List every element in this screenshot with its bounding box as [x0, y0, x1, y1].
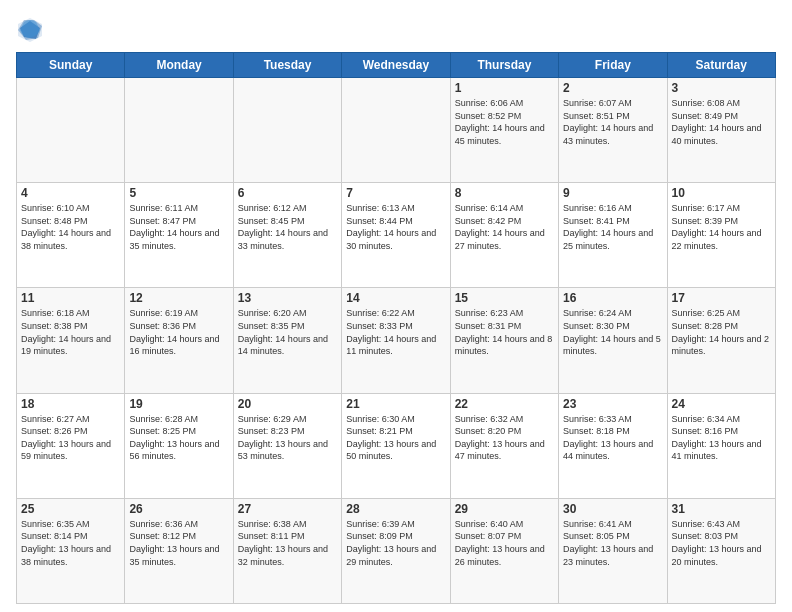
- day-number: 17: [672, 291, 771, 305]
- day-number: 5: [129, 186, 228, 200]
- day-info: Sunrise: 6:29 AM Sunset: 8:23 PM Dayligh…: [238, 413, 337, 463]
- day-info: Sunrise: 6:28 AM Sunset: 8:25 PM Dayligh…: [129, 413, 228, 463]
- day-number: 27: [238, 502, 337, 516]
- day-info: Sunrise: 6:36 AM Sunset: 8:12 PM Dayligh…: [129, 518, 228, 568]
- calendar-cell: 29Sunrise: 6:40 AM Sunset: 8:07 PM Dayli…: [450, 498, 558, 603]
- calendar-cell: 21Sunrise: 6:30 AM Sunset: 8:21 PM Dayli…: [342, 393, 450, 498]
- day-number: 12: [129, 291, 228, 305]
- day-info: Sunrise: 6:17 AM Sunset: 8:39 PM Dayligh…: [672, 202, 771, 252]
- calendar-cell: 11Sunrise: 6:18 AM Sunset: 8:38 PM Dayli…: [17, 288, 125, 393]
- calendar-body: 1Sunrise: 6:06 AM Sunset: 8:52 PM Daylig…: [17, 78, 776, 604]
- day-number: 16: [563, 291, 662, 305]
- calendar-cell: [17, 78, 125, 183]
- day-number: 4: [21, 186, 120, 200]
- day-number: 26: [129, 502, 228, 516]
- weekday-header-row: SundayMondayTuesdayWednesdayThursdayFrid…: [17, 53, 776, 78]
- day-info: Sunrise: 6:25 AM Sunset: 8:28 PM Dayligh…: [672, 307, 771, 357]
- day-number: 14: [346, 291, 445, 305]
- calendar-cell: 1Sunrise: 6:06 AM Sunset: 8:52 PM Daylig…: [450, 78, 558, 183]
- day-number: 20: [238, 397, 337, 411]
- day-info: Sunrise: 6:23 AM Sunset: 8:31 PM Dayligh…: [455, 307, 554, 357]
- calendar-cell: 30Sunrise: 6:41 AM Sunset: 8:05 PM Dayli…: [559, 498, 667, 603]
- weekday-header-wednesday: Wednesday: [342, 53, 450, 78]
- day-number: 29: [455, 502, 554, 516]
- logo-icon: [16, 16, 44, 44]
- calendar-cell: [342, 78, 450, 183]
- calendar-table: SundayMondayTuesdayWednesdayThursdayFrid…: [16, 52, 776, 604]
- day-number: 25: [21, 502, 120, 516]
- day-info: Sunrise: 6:32 AM Sunset: 8:20 PM Dayligh…: [455, 413, 554, 463]
- calendar-cell: 25Sunrise: 6:35 AM Sunset: 8:14 PM Dayli…: [17, 498, 125, 603]
- day-info: Sunrise: 6:20 AM Sunset: 8:35 PM Dayligh…: [238, 307, 337, 357]
- day-info: Sunrise: 6:43 AM Sunset: 8:03 PM Dayligh…: [672, 518, 771, 568]
- day-info: Sunrise: 6:33 AM Sunset: 8:18 PM Dayligh…: [563, 413, 662, 463]
- calendar-cell: 24Sunrise: 6:34 AM Sunset: 8:16 PM Dayli…: [667, 393, 775, 498]
- calendar-cell: 16Sunrise: 6:24 AM Sunset: 8:30 PM Dayli…: [559, 288, 667, 393]
- weekday-header-saturday: Saturday: [667, 53, 775, 78]
- day-info: Sunrise: 6:35 AM Sunset: 8:14 PM Dayligh…: [21, 518, 120, 568]
- day-info: Sunrise: 6:08 AM Sunset: 8:49 PM Dayligh…: [672, 97, 771, 147]
- day-info: Sunrise: 6:30 AM Sunset: 8:21 PM Dayligh…: [346, 413, 445, 463]
- calendar-cell: 18Sunrise: 6:27 AM Sunset: 8:26 PM Dayli…: [17, 393, 125, 498]
- calendar-cell: 7Sunrise: 6:13 AM Sunset: 8:44 PM Daylig…: [342, 183, 450, 288]
- logo: [16, 16, 48, 44]
- day-number: 13: [238, 291, 337, 305]
- header: [16, 16, 776, 44]
- day-number: 19: [129, 397, 228, 411]
- day-info: Sunrise: 6:16 AM Sunset: 8:41 PM Dayligh…: [563, 202, 662, 252]
- day-info: Sunrise: 6:18 AM Sunset: 8:38 PM Dayligh…: [21, 307, 120, 357]
- calendar-cell: 13Sunrise: 6:20 AM Sunset: 8:35 PM Dayli…: [233, 288, 341, 393]
- day-number: 24: [672, 397, 771, 411]
- weekday-header-friday: Friday: [559, 53, 667, 78]
- calendar-cell: 2Sunrise: 6:07 AM Sunset: 8:51 PM Daylig…: [559, 78, 667, 183]
- calendar-cell: 8Sunrise: 6:14 AM Sunset: 8:42 PM Daylig…: [450, 183, 558, 288]
- calendar-cell: 10Sunrise: 6:17 AM Sunset: 8:39 PM Dayli…: [667, 183, 775, 288]
- weekday-header-tuesday: Tuesday: [233, 53, 341, 78]
- calendar-cell: 4Sunrise: 6:10 AM Sunset: 8:48 PM Daylig…: [17, 183, 125, 288]
- calendar-cell: 17Sunrise: 6:25 AM Sunset: 8:28 PM Dayli…: [667, 288, 775, 393]
- weekday-header-thursday: Thursday: [450, 53, 558, 78]
- calendar-cell: 12Sunrise: 6:19 AM Sunset: 8:36 PM Dayli…: [125, 288, 233, 393]
- day-number: 11: [21, 291, 120, 305]
- page: SundayMondayTuesdayWednesdayThursdayFrid…: [0, 0, 792, 612]
- calendar-header: SundayMondayTuesdayWednesdayThursdayFrid…: [17, 53, 776, 78]
- day-number: 3: [672, 81, 771, 95]
- day-info: Sunrise: 6:38 AM Sunset: 8:11 PM Dayligh…: [238, 518, 337, 568]
- calendar-cell: 20Sunrise: 6:29 AM Sunset: 8:23 PM Dayli…: [233, 393, 341, 498]
- day-number: 28: [346, 502, 445, 516]
- day-info: Sunrise: 6:06 AM Sunset: 8:52 PM Dayligh…: [455, 97, 554, 147]
- day-number: 18: [21, 397, 120, 411]
- calendar-cell: 15Sunrise: 6:23 AM Sunset: 8:31 PM Dayli…: [450, 288, 558, 393]
- day-number: 30: [563, 502, 662, 516]
- day-number: 1: [455, 81, 554, 95]
- day-number: 15: [455, 291, 554, 305]
- calendar-week-5: 25Sunrise: 6:35 AM Sunset: 8:14 PM Dayli…: [17, 498, 776, 603]
- day-info: Sunrise: 6:41 AM Sunset: 8:05 PM Dayligh…: [563, 518, 662, 568]
- day-number: 23: [563, 397, 662, 411]
- calendar-cell: 31Sunrise: 6:43 AM Sunset: 8:03 PM Dayli…: [667, 498, 775, 603]
- calendar-cell: 3Sunrise: 6:08 AM Sunset: 8:49 PM Daylig…: [667, 78, 775, 183]
- day-number: 7: [346, 186, 445, 200]
- calendar-cell: 22Sunrise: 6:32 AM Sunset: 8:20 PM Dayli…: [450, 393, 558, 498]
- day-info: Sunrise: 6:12 AM Sunset: 8:45 PM Dayligh…: [238, 202, 337, 252]
- calendar-cell: 28Sunrise: 6:39 AM Sunset: 8:09 PM Dayli…: [342, 498, 450, 603]
- day-info: Sunrise: 6:11 AM Sunset: 8:47 PM Dayligh…: [129, 202, 228, 252]
- calendar-cell: 27Sunrise: 6:38 AM Sunset: 8:11 PM Dayli…: [233, 498, 341, 603]
- day-number: 22: [455, 397, 554, 411]
- day-info: Sunrise: 6:14 AM Sunset: 8:42 PM Dayligh…: [455, 202, 554, 252]
- day-info: Sunrise: 6:10 AM Sunset: 8:48 PM Dayligh…: [21, 202, 120, 252]
- day-info: Sunrise: 6:27 AM Sunset: 8:26 PM Dayligh…: [21, 413, 120, 463]
- day-info: Sunrise: 6:39 AM Sunset: 8:09 PM Dayligh…: [346, 518, 445, 568]
- day-number: 2: [563, 81, 662, 95]
- day-number: 9: [563, 186, 662, 200]
- day-number: 6: [238, 186, 337, 200]
- calendar-cell: 14Sunrise: 6:22 AM Sunset: 8:33 PM Dayli…: [342, 288, 450, 393]
- calendar-cell: 5Sunrise: 6:11 AM Sunset: 8:47 PM Daylig…: [125, 183, 233, 288]
- weekday-header-monday: Monday: [125, 53, 233, 78]
- calendar-week-1: 1Sunrise: 6:06 AM Sunset: 8:52 PM Daylig…: [17, 78, 776, 183]
- day-info: Sunrise: 6:34 AM Sunset: 8:16 PM Dayligh…: [672, 413, 771, 463]
- day-number: 8: [455, 186, 554, 200]
- calendar-cell: 26Sunrise: 6:36 AM Sunset: 8:12 PM Dayli…: [125, 498, 233, 603]
- calendar-cell: 6Sunrise: 6:12 AM Sunset: 8:45 PM Daylig…: [233, 183, 341, 288]
- calendar-cell: [233, 78, 341, 183]
